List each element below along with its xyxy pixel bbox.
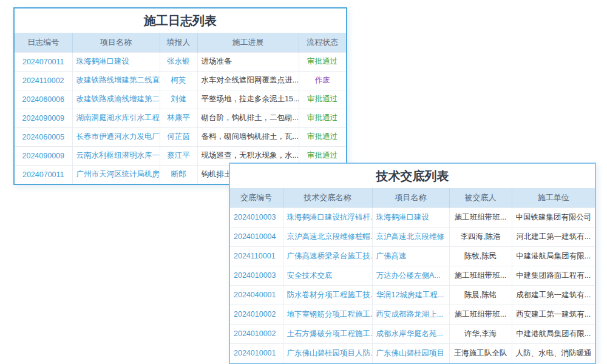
log-id-link[interactable]: 2024060005 bbox=[15, 127, 72, 146]
project-name-link[interactable]: 改建铁路线增建第二线直... bbox=[72, 71, 160, 90]
progress-text: 进场准备 bbox=[197, 52, 299, 71]
disclosed-to-text: 陈牧,陈民 bbox=[449, 246, 512, 266]
project-name-link[interactable]: 广东佛山碧桂园项目 bbox=[372, 343, 449, 363]
construction-log-table: 日志编号 项目名称 填报人 施工进展 流程状态 2024070011 珠海鹤港口… bbox=[15, 33, 346, 184]
table-row: 2024010003 安全技术交底 万达办公楼左侧A... 施工班组带班... … bbox=[230, 266, 595, 285]
project-name-link[interactable]: 广佛高速 bbox=[372, 246, 449, 266]
disclosed-to-text: 陈晨,陈铭 bbox=[449, 285, 512, 305]
disclosure-header-row: 交底编号 技术交底名称 项目名称 被交底人 施工单位 bbox=[230, 188, 595, 207]
table-row: 2024010001 广东佛山碧桂园项目人防... 广东佛山碧桂园项目 王海施工… bbox=[230, 343, 595, 363]
project-name-link[interactable]: 京沪高速北京段维修 bbox=[372, 227, 449, 246]
table-row: 2024010002 土石方爆破分项工程施工... 成都水岸华庭名苑... 许华… bbox=[230, 324, 595, 343]
reporter-link[interactable]: 何芷茵 bbox=[160, 127, 197, 146]
disclosure-header-project: 项目名称 bbox=[372, 188, 449, 207]
project-name-link[interactable]: 改建铁路成渝线增建第二... bbox=[72, 90, 160, 109]
progress-text: 水车对全线遮阳网覆盖点进... bbox=[197, 71, 299, 90]
project-name-link[interactable]: 华润12城房建工程... bbox=[372, 285, 449, 305]
construction-unit-text: 中国铁建集团有限公司 bbox=[512, 207, 595, 227]
progress-text: 砌台阶，钩机排土，二包砌... bbox=[197, 109, 299, 127]
disclosure-id-link[interactable]: 2024010003 bbox=[230, 266, 283, 285]
table-row: 2024010004 京沪高速北京段维修桩帽... 京沪高速北京段维修 李四海,… bbox=[230, 227, 595, 246]
disclosure-id-link[interactable]: 2024110001 bbox=[230, 246, 283, 266]
technical-disclosure-panel: 技术交底列表 交底编号 技术交底名称 项目名称 被交底人 施工单位 202401… bbox=[229, 163, 596, 364]
log-header-project: 项目名称 bbox=[72, 33, 160, 52]
construction-unit-text: 中建港航局集团有限... bbox=[512, 246, 595, 266]
disclosure-name-link[interactable]: 安全技术交底 bbox=[283, 266, 372, 285]
construction-unit-text: 中建港航局集团有限... bbox=[512, 324, 595, 343]
project-name-link[interactable]: 长春市伊通河水力发电厂... bbox=[72, 127, 160, 146]
project-name-link[interactable]: 珠海鹤港口建设 bbox=[372, 207, 449, 227]
disclosed-to-text: 许华,李海 bbox=[449, 324, 512, 343]
log-header-row: 日志编号 项目名称 填报人 施工进展 流程状态 bbox=[15, 33, 346, 52]
reporter-link[interactable]: 刘健 bbox=[160, 90, 197, 109]
disclosed-to-text: 施工班组带班... bbox=[449, 266, 512, 285]
log-id-link[interactable]: 2024110002 bbox=[15, 71, 72, 90]
reporter-link[interactable]: 断郎 bbox=[160, 165, 197, 184]
progress-text: 平整场地，拉走多余泥土15... bbox=[197, 90, 299, 109]
disclosure-name-link[interactable]: 土石方爆破分项工程施工... bbox=[283, 324, 372, 343]
disclosure-header-disclosed-to: 被交底人 bbox=[449, 188, 512, 207]
disclosure-name-link[interactable]: 广东佛山碧桂园项目人防... bbox=[283, 343, 372, 363]
construction-unit-text: 河北建工第一建筑有... bbox=[512, 227, 595, 246]
disclosed-to-text: 王海施工队全队 bbox=[449, 343, 512, 363]
status-badge: 审批通过 bbox=[299, 127, 346, 146]
disclosed-to-text: 施工班组带班... bbox=[449, 207, 512, 227]
project-name-link[interactable]: 广州市天河区统计局机房... bbox=[72, 165, 160, 184]
status-badge: 作废 bbox=[299, 71, 346, 90]
disclosure-name-link[interactable]: 珠海鹤港口建设抗浮锚杆... bbox=[283, 207, 372, 227]
disclosure-id-link[interactable]: 2024010001 bbox=[230, 343, 283, 363]
disclosure-id-link[interactable]: 2024010002 bbox=[230, 324, 283, 343]
table-row: 2024040001 防水卷材分项工程施工技... 华润12城房建工程... 陈… bbox=[230, 285, 595, 305]
disclosure-header-unit: 施工单位 bbox=[512, 188, 595, 207]
construction-unit-text: 中建集团路面工程有... bbox=[512, 266, 595, 285]
reporter-link[interactable]: 林康平 bbox=[160, 109, 197, 127]
progress-text: 备料，砌间墙钩机排土，瓦... bbox=[197, 127, 299, 146]
reporter-link[interactable]: 蔡江平 bbox=[160, 146, 197, 165]
project-name-link[interactable]: 珠海鹤港口建设 bbox=[72, 52, 160, 71]
log-id-link[interactable]: 2024090009 bbox=[15, 109, 72, 127]
table-row: 2024110001 广佛高速桥梁承台施工技... 广佛高速 陈牧,陈民 中建港… bbox=[230, 246, 595, 266]
disclosure-id-link[interactable]: 2024010002 bbox=[230, 305, 283, 324]
construction-log-panel: 施工日志列表 日志编号 项目名称 填报人 施工进展 流程状态 202407001… bbox=[13, 7, 347, 185]
disclosed-to-text: 李四海,陈浩 bbox=[449, 227, 512, 246]
disclosure-name-link[interactable]: 京沪高速北京段维修桩帽... bbox=[283, 227, 372, 246]
table-row: 2024070011 珠海鹤港口建设 张永银 进场准备 审批通过 bbox=[15, 52, 346, 71]
table-row: 2024110002 改建铁路线增建第二线直... 柯英 水车对全线遮阳网覆盖点… bbox=[15, 71, 346, 90]
table-row: 2024060006 改建铁路成渝线增建第二... 刘健 平整场地，拉走多余泥土… bbox=[15, 90, 346, 109]
reporter-link[interactable]: 张永银 bbox=[160, 52, 197, 71]
log-id-link[interactable]: 2024060006 bbox=[15, 90, 72, 109]
technical-disclosure-title: 技术交底列表 bbox=[230, 164, 595, 188]
status-badge: 审批通过 bbox=[299, 52, 346, 71]
disclosure-id-link[interactable]: 2024040001 bbox=[230, 285, 283, 305]
construction-log-title: 施工日志列表 bbox=[15, 8, 346, 33]
log-header-progress: 施工进展 bbox=[197, 33, 299, 52]
log-id-link[interactable]: 2024070011 bbox=[15, 165, 72, 184]
disclosure-header-name: 技术交底名称 bbox=[283, 188, 372, 207]
disclosure-id-link[interactable]: 2024010004 bbox=[230, 227, 283, 246]
table-row: 2024090009 湖南洞庭湖水库引水工程... 林康平 砌台阶，钩机排土，二… bbox=[15, 109, 346, 127]
table-row: 2024060005 长春市伊通河水力发电厂... 何芷茵 备料，砌间墙钩机排土… bbox=[15, 127, 346, 146]
project-name-link[interactable]: 湖南洞庭湖水库引水工程... bbox=[72, 109, 160, 127]
construction-unit-text: 人防、水电、消防暖通 bbox=[512, 343, 595, 363]
disclosure-name-link[interactable]: 地下室钢筋分项工程施工... bbox=[283, 305, 372, 324]
disclosure-header-id: 交底编号 bbox=[230, 188, 283, 207]
project-name-link[interactable]: 云南水利枢纽潜明水库一... bbox=[72, 146, 160, 165]
construction-unit-text: 西安建工第一建筑有... bbox=[512, 305, 595, 324]
table-row: 2024010003 珠海鹤港口建设抗浮锚杆... 珠海鹤港口建设 施工班组带班… bbox=[230, 207, 595, 227]
status-badge: 审批通过 bbox=[299, 90, 346, 109]
status-badge: 审批通过 bbox=[299, 109, 346, 127]
table-row: 2024010002 地下室钢筋分项工程施工... 西安成都路龙湖上... 施工… bbox=[230, 305, 595, 324]
disclosure-name-link[interactable]: 广佛高速桥梁承台施工技... bbox=[283, 246, 372, 266]
project-name-link[interactable]: 成都水岸华庭名苑... bbox=[372, 324, 449, 343]
project-name-link[interactable]: 万达办公楼左侧A... bbox=[372, 266, 449, 285]
log-header-reporter: 填报人 bbox=[160, 33, 197, 52]
disclosed-to-text: 施工班组带班... bbox=[449, 305, 512, 324]
log-header-status: 流程状态 bbox=[299, 33, 346, 52]
construction-unit-text: 成都建工第一建筑有... bbox=[512, 285, 595, 305]
disclosure-id-link[interactable]: 2024010003 bbox=[230, 207, 283, 227]
disclosure-name-link[interactable]: 防水卷材分项工程施工技... bbox=[283, 285, 372, 305]
log-id-link[interactable]: 2024070011 bbox=[15, 52, 72, 71]
reporter-link[interactable]: 柯英 bbox=[160, 71, 197, 90]
project-name-link[interactable]: 西安成都路龙湖上... bbox=[372, 305, 449, 324]
log-id-link[interactable]: 2024090009 bbox=[15, 146, 72, 165]
